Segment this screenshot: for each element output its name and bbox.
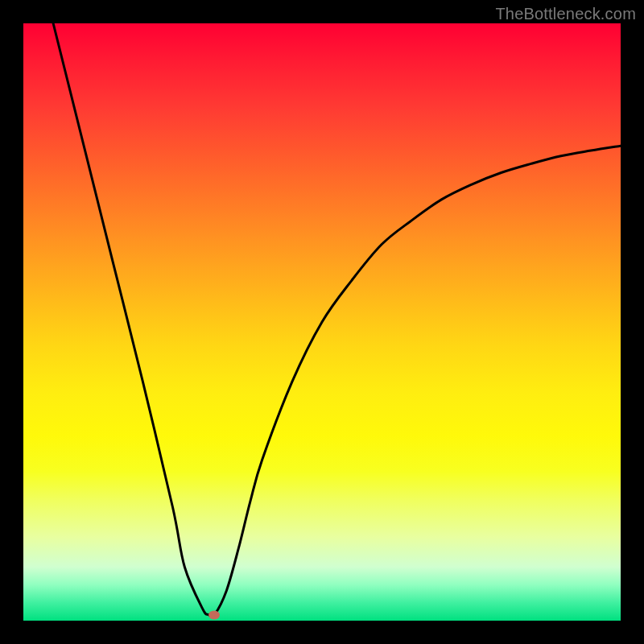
plot-area	[23, 23, 621, 621]
chart-frame: TheBottleneck.com	[0, 0, 644, 644]
watermark-text: TheBottleneck.com	[495, 5, 636, 23]
bottleneck-curve	[53, 23, 621, 617]
curve-svg	[23, 23, 621, 621]
optimal-point-marker	[208, 610, 220, 619]
